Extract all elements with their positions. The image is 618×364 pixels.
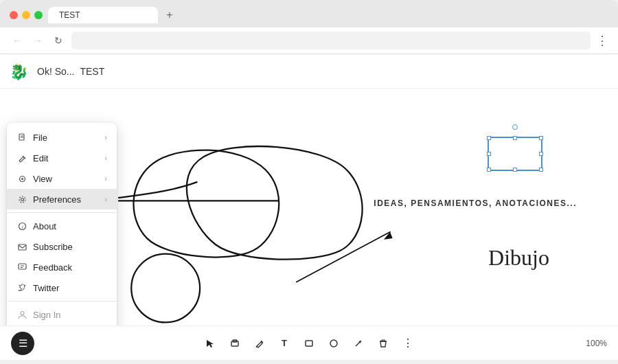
svg-text:i: i bbox=[22, 224, 23, 229]
rotation-handle[interactable] bbox=[512, 124, 518, 130]
selected-rect[interactable] bbox=[488, 137, 542, 171]
preferences-icon bbox=[16, 194, 27, 205]
context-menu: File › Edit › View › bbox=[7, 123, 117, 326]
svg-marker-22 bbox=[207, 340, 214, 348]
resize-handle-tr[interactable] bbox=[539, 136, 543, 140]
menu-item-twitter[interactable]: Twitter bbox=[7, 277, 117, 298]
rect-tool[interactable] bbox=[299, 333, 319, 354]
resize-handle-bm[interactable] bbox=[513, 168, 517, 172]
menu-label-edit: Edit bbox=[33, 153, 99, 163]
circle-tool[interactable] bbox=[323, 333, 344, 354]
tab-title: TEST bbox=[59, 10, 80, 20]
tab-bar: TEST + bbox=[48, 7, 608, 23]
app-header: 🐉 Ok! So... TEST bbox=[0, 54, 618, 89]
browser-titlebar: TEST + bbox=[0, 0, 618, 27]
view-icon bbox=[16, 173, 27, 184]
menu-divider-1 bbox=[7, 212, 117, 213]
resize-handle-rm[interactable] bbox=[539, 152, 543, 156]
menu-item-view[interactable]: View › bbox=[7, 168, 117, 189]
traffic-lights bbox=[10, 11, 43, 19]
subscribe-icon bbox=[16, 241, 27, 252]
pencil-tool[interactable] bbox=[249, 333, 270, 354]
address-bar[interactable] bbox=[71, 32, 591, 49]
svg-text:🐉: 🐉 bbox=[10, 62, 29, 81]
browser-chrome: TEST + ← → ↻ ⋮ bbox=[0, 0, 618, 54]
app-logo: 🐉 Ok! So... bbox=[10, 60, 74, 82]
resize-handle-lm[interactable] bbox=[487, 152, 491, 156]
menu-arrow-file: › bbox=[104, 133, 107, 141]
forward-button[interactable]: → bbox=[30, 33, 45, 48]
zoom-level: 100% bbox=[586, 339, 607, 348]
menu-label-subscribe: Subscribe bbox=[33, 242, 107, 252]
active-tab[interactable]: TEST bbox=[48, 7, 158, 23]
handwritten-text: Dibujo bbox=[488, 245, 549, 271]
menu-arrow-preferences: › bbox=[104, 195, 107, 203]
svg-rect-27 bbox=[306, 341, 312, 346]
menu-item-preferences[interactable]: Preferences › bbox=[7, 189, 117, 209]
menu-button[interactable]: ☰ bbox=[11, 332, 34, 355]
resize-handle-tm[interactable] bbox=[513, 136, 517, 140]
menu-item-edit[interactable]: Edit › bbox=[7, 148, 117, 168]
selected-element[interactable] bbox=[488, 137, 542, 171]
menu-icon: ☰ bbox=[19, 337, 27, 350]
svg-point-19 bbox=[21, 311, 24, 315]
browser-navbar: ← → ↻ ⋮ bbox=[0, 27, 618, 54]
arrow-tool[interactable] bbox=[348, 333, 369, 354]
toolbar-left: ☰ bbox=[11, 332, 34, 355]
svg-rect-16 bbox=[19, 264, 26, 269]
text-tool[interactable]: T bbox=[274, 333, 295, 354]
svg-point-11 bbox=[21, 198, 23, 201]
logo-icon: 🐉 bbox=[10, 60, 32, 82]
app-title: Ok! So... bbox=[37, 66, 74, 77]
svg-point-10 bbox=[21, 178, 23, 180]
close-button[interactable] bbox=[10, 11, 18, 19]
feedback-icon bbox=[16, 262, 27, 273]
menu-item-file[interactable]: File › bbox=[7, 127, 117, 148]
minimize-button[interactable] bbox=[22, 11, 30, 19]
svg-point-12 bbox=[19, 196, 25, 203]
svg-point-28 bbox=[330, 340, 337, 347]
maximize-button[interactable] bbox=[34, 11, 43, 19]
bottom-toolbar: ☰ T ⋮ bbox=[0, 326, 618, 360]
menu-label-feedback: Feedback bbox=[33, 262, 107, 273]
back-button[interactable]: ← bbox=[10, 33, 25, 48]
menu-arrow-view: › bbox=[104, 174, 107, 183]
select-tool[interactable] bbox=[225, 333, 245, 354]
menu-divider-2 bbox=[7, 301, 117, 302]
toolbar-center: T ⋮ bbox=[200, 333, 418, 354]
browser-more-button[interactable]: ⋮ bbox=[596, 33, 608, 48]
pointer-tool[interactable] bbox=[200, 333, 220, 354]
refresh-button[interactable]: ↻ bbox=[51, 33, 66, 48]
menu-label-about: About bbox=[33, 221, 107, 231]
app-content: 🐉 Ok! So... TEST bbox=[0, 54, 618, 360]
menu-label-signin: Sign In bbox=[33, 310, 107, 320]
menu-item-subscribe[interactable]: Subscribe bbox=[7, 236, 117, 257]
menu-item-feedback[interactable]: Feedback bbox=[7, 257, 117, 277]
about-icon: i bbox=[16, 220, 27, 231]
edit-icon bbox=[16, 152, 27, 163]
more-tools[interactable]: ⋮ bbox=[398, 333, 418, 354]
resize-handle-br[interactable] bbox=[539, 168, 543, 172]
menu-label-file: File bbox=[33, 133, 99, 143]
menu-item-signin[interactable]: Sign In bbox=[7, 304, 117, 325]
menu-label-preferences: Preferences bbox=[33, 194, 99, 205]
svg-rect-15 bbox=[19, 244, 26, 250]
file-icon bbox=[16, 132, 27, 143]
menu-item-collaborate[interactable]: Collaborate bbox=[7, 325, 117, 326]
resize-handle-bl[interactable] bbox=[487, 168, 491, 172]
annotation-text: IDEAS, PENSAMIENTOS, ANOTACIONES... bbox=[374, 198, 577, 208]
canvas-area[interactable]: IDEAS, PENSAMIENTOS, ANOTACIONES... Dibu… bbox=[0, 89, 618, 326]
menu-arrow-edit: › bbox=[104, 154, 107, 162]
svg-point-4 bbox=[131, 254, 200, 323]
signin-icon bbox=[16, 309, 27, 320]
new-tab-button[interactable]: + bbox=[162, 8, 177, 23]
resize-handle-tl[interactable] bbox=[487, 136, 491, 140]
svg-line-26 bbox=[256, 346, 257, 348]
twitter-icon bbox=[16, 282, 27, 293]
menu-label-twitter: Twitter bbox=[33, 283, 107, 293]
svg-line-2 bbox=[297, 232, 390, 282]
menu-label-view: View bbox=[33, 174, 99, 184]
doc-title: TEST bbox=[80, 66, 104, 77]
delete-tool[interactable] bbox=[373, 333, 393, 354]
menu-item-about[interactable]: i About bbox=[7, 216, 117, 236]
